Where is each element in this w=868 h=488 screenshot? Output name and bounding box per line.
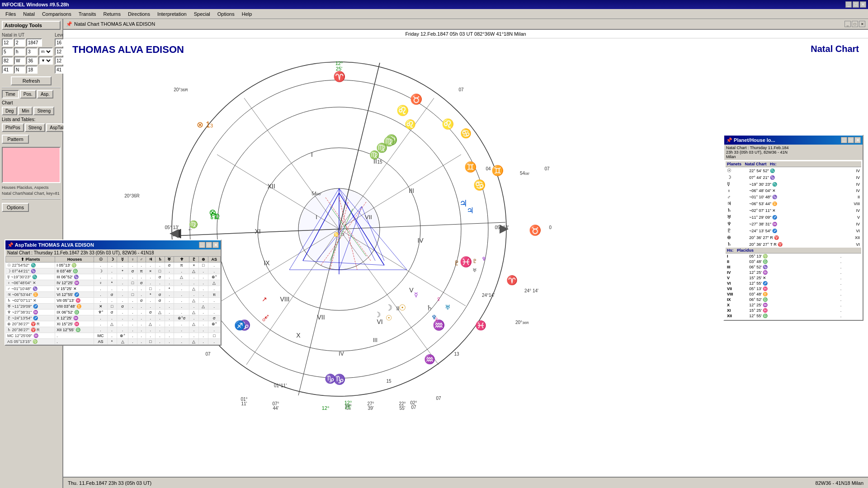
list-item: X12° 25' ♒. bbox=[726, 302, 861, 308]
col-saturn: ♄ bbox=[155, 257, 165, 263]
svg-text:07: 07 bbox=[458, 87, 464, 92]
tab-streng[interactable]: Streng bbox=[33, 107, 54, 115]
col-asc: AS bbox=[208, 257, 220, 263]
chart-close[interactable]: ✕ bbox=[859, 21, 865, 27]
table-row: MC 12°25'09" ♒.MC.⊕°........□ bbox=[6, 333, 221, 339]
svg-text:V: V bbox=[409, 286, 414, 294]
natal-long-deg[interactable] bbox=[2, 56, 13, 65]
maximize-button[interactable]: □ bbox=[853, 1, 859, 8]
chart-maximize[interactable]: □ bbox=[852, 21, 858, 27]
natal-year[interactable] bbox=[26, 38, 42, 47]
svg-text:15: 15 bbox=[386, 379, 392, 384]
asp-maximize[interactable]: □ bbox=[206, 242, 212, 248]
chart-minimize[interactable]: _ bbox=[844, 21, 851, 27]
natal-month[interactable] bbox=[2, 38, 13, 47]
menu-help[interactable]: Help bbox=[238, 10, 256, 18]
svg-text:01°11': 01°11' bbox=[241, 397, 247, 406]
list-item: III06° 52' ♑. bbox=[726, 264, 861, 270]
tab-min[interactable]: Min bbox=[18, 107, 33, 115]
col-pluto: ♇ bbox=[189, 257, 199, 263]
natal-long-dropdown[interactable]: ▼ bbox=[38, 56, 53, 65]
natal-h[interactable] bbox=[14, 47, 25, 56]
tab-streng2[interactable]: Streng bbox=[25, 123, 45, 132]
list-item: II03° 48' ♎. bbox=[726, 259, 861, 264]
list-item: ♅~11° 29' 09" ♐V bbox=[726, 214, 861, 221]
app-title: INFOCIEL Windows #9.5.28h bbox=[2, 2, 69, 7]
tab-asp[interactable]: Asp. bbox=[37, 90, 53, 99]
menu-options[interactable]: Options bbox=[214, 10, 238, 18]
svg-text:♈: ♈ bbox=[506, 275, 518, 286]
svg-text:♓: ♓ bbox=[475, 320, 486, 331]
planet-maximize[interactable]: □ bbox=[848, 137, 854, 143]
svg-text:♄: ♄ bbox=[426, 304, 433, 312]
list-item: VI12° 55' ♐. bbox=[726, 281, 861, 286]
svg-text:♋: ♋ bbox=[460, 128, 472, 139]
svg-text:♇: ♇ bbox=[472, 258, 477, 264]
list-item: ⊕20° 36' 27" R ♈XII bbox=[726, 234, 861, 241]
planet-minimize[interactable]: _ bbox=[841, 137, 847, 143]
col-uranus: ♅ bbox=[165, 257, 174, 263]
natal-min[interactable] bbox=[26, 47, 38, 56]
svg-text:12°: 12° bbox=[335, 61, 343, 66]
natal-long-dir[interactable] bbox=[14, 56, 25, 65]
svg-text:X: X bbox=[296, 332, 301, 339]
list-item: XII12° 55' ♎. bbox=[726, 313, 861, 319]
menu-special[interactable]: Special bbox=[190, 10, 214, 18]
natal-day[interactable] bbox=[14, 38, 25, 47]
table-row: ☿ ~19°30'23" ♏III 06°52' ♑......σ.△..⊕° bbox=[6, 274, 221, 280]
close-button[interactable]: ✕ bbox=[860, 1, 866, 8]
tab-time[interactable]: Time bbox=[2, 90, 19, 99]
natal-lat-min[interactable] bbox=[26, 66, 38, 74]
menu-directions[interactable]: Directions bbox=[124, 10, 154, 18]
asp-minimize[interactable]: _ bbox=[199, 242, 205, 248]
table-row: ☉ 22°54'52" ♏I 05°13' ♍.......σπ×□. bbox=[6, 263, 221, 268]
asp-close[interactable]: ✕ bbox=[212, 242, 219, 248]
svg-text:♑: ♑ bbox=[325, 373, 336, 384]
chart-top-text: Natal Chart THOMAS ALVA EDISON bbox=[74, 21, 155, 27]
svg-text:27°39': 27°39' bbox=[367, 401, 374, 410]
menu-interpretation[interactable]: Interpretation bbox=[154, 10, 190, 18]
svg-text:♍: ♍ bbox=[369, 150, 380, 160]
menu-transits[interactable]: Transits bbox=[75, 10, 100, 18]
menu-comparisons[interactable]: Comparisons bbox=[38, 10, 75, 18]
natal-lat-dir[interactable] bbox=[14, 66, 25, 74]
menu-natal[interactable]: Natal bbox=[19, 10, 38, 18]
natal-min-dropdown[interactable]: m24▼ bbox=[38, 47, 53, 56]
svg-text:IX: IX bbox=[264, 259, 270, 267]
svg-text:5406': 5406' bbox=[311, 191, 321, 196]
svg-text:♋: ♋ bbox=[473, 179, 486, 191]
svg-text:IV: IV bbox=[339, 351, 344, 357]
svg-text:01°11': 01°11' bbox=[274, 383, 287, 388]
svg-text:III: III bbox=[409, 187, 414, 194]
list-item: I05° 13' ♍. bbox=[726, 253, 861, 259]
col-houses: Houses bbox=[55, 257, 94, 263]
refresh-button[interactable]: Refresh bbox=[11, 76, 52, 85]
tab-phrpos[interactable]: PhrPos bbox=[2, 123, 24, 132]
planet-title: 📌 Planet/House lo... bbox=[726, 137, 775, 143]
natal-long-min[interactable] bbox=[26, 56, 38, 65]
svg-text:20°36R: 20°36R bbox=[124, 193, 139, 198]
options-button[interactable]: Options bbox=[2, 203, 29, 212]
natal-lat-deg[interactable] bbox=[2, 66, 13, 74]
svg-text:15: 15 bbox=[377, 160, 382, 164]
minimize-button[interactable]: _ bbox=[845, 1, 852, 8]
tab-pos[interactable]: Pos. bbox=[20, 90, 36, 99]
menu-files[interactable]: Files bbox=[2, 10, 19, 18]
chart-icon: 📌 bbox=[66, 21, 72, 27]
svg-text:07°44': 07°44' bbox=[272, 401, 279, 410]
svg-text:♀: ♀ bbox=[436, 295, 441, 303]
svg-text:VII: VII bbox=[317, 314, 325, 321]
sidebar-title: Astrology Tools bbox=[2, 21, 61, 30]
tab-deg[interactable]: Deg bbox=[2, 107, 17, 115]
menu-returns[interactable]: Returns bbox=[99, 10, 124, 18]
planet-close[interactable]: ✕ bbox=[854, 137, 861, 143]
separator1 bbox=[2, 87, 61, 88]
planet-content: Planets Natal Chart Hs: ☉22° 54' 52" ♏IV… bbox=[724, 160, 863, 320]
chart-window-controls: _ □ ✕ bbox=[844, 21, 865, 27]
svg-text:♅: ♅ bbox=[472, 267, 477, 273]
aspect-table: ⬆ Planets Houses ☉ ☽ ☿ ♀ ♂ ♃ ♄ ♅ ♆ ♇ ⊕ A… bbox=[5, 256, 221, 345]
svg-text:5406': 5406' bbox=[520, 171, 530, 176]
svg-text:13: 13 bbox=[454, 352, 459, 357]
natal-hour[interactable] bbox=[2, 47, 13, 56]
pattern-button[interactable]: Pattern bbox=[2, 135, 29, 144]
